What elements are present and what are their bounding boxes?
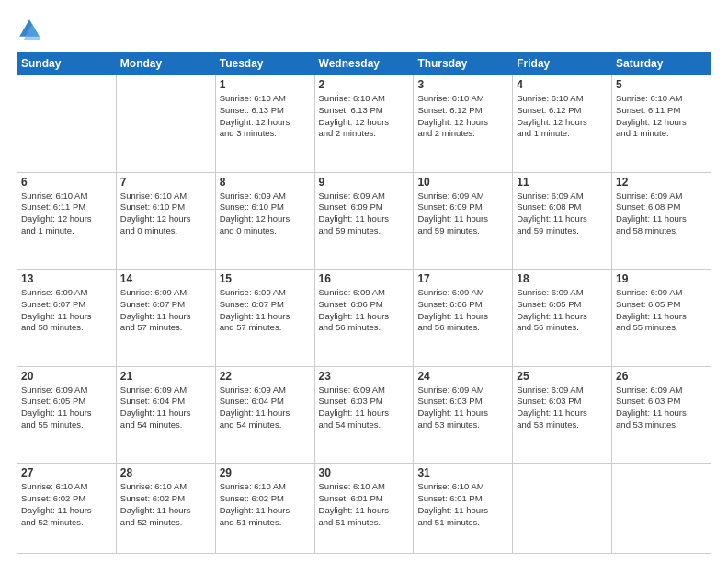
day-number: 24 — [417, 370, 508, 383]
weekday-header: Tuesday — [215, 52, 314, 75]
day-number: 4 — [517, 78, 608, 91]
table-row: 5Sunrise: 6:10 AM Sunset: 6:11 PM Daylig… — [612, 75, 711, 173]
day-number: 29 — [220, 466, 311, 479]
cell-info: Sunrise: 6:09 AM Sunset: 6:05 PM Dayligh… — [616, 287, 707, 334]
table-row: 27Sunrise: 6:10 AM Sunset: 6:02 PM Dayli… — [17, 464, 117, 554]
day-number: 2 — [319, 78, 410, 91]
cell-info: Sunrise: 6:09 AM Sunset: 6:07 PM Dayligh… — [220, 287, 311, 334]
table-row: 1Sunrise: 6:10 AM Sunset: 6:13 PM Daylig… — [215, 75, 314, 173]
cell-info: Sunrise: 6:09 AM Sunset: 6:09 PM Dayligh… — [417, 190, 508, 237]
cell-info: Sunrise: 6:10 AM Sunset: 6:01 PM Dayligh… — [319, 481, 410, 528]
table-row: 6Sunrise: 6:10 AM Sunset: 6:11 PM Daylig… — [17, 172, 117, 270]
cell-info: Sunrise: 6:10 AM Sunset: 6:12 PM Dayligh… — [517, 93, 608, 140]
table-row: 11Sunrise: 6:09 AM Sunset: 6:08 PM Dayli… — [513, 172, 612, 270]
logo — [17, 17, 46, 42]
day-number: 22 — [220, 370, 311, 383]
table-row: 26Sunrise: 6:09 AM Sunset: 6:03 PM Dayli… — [612, 366, 711, 464]
cell-info: Sunrise: 6:09 AM Sunset: 6:06 PM Dayligh… — [417, 287, 508, 334]
day-number: 8 — [220, 176, 311, 189]
table-row: 28Sunrise: 6:10 AM Sunset: 6:02 PM Dayli… — [116, 464, 215, 554]
table-row: 22Sunrise: 6:09 AM Sunset: 6:04 PM Dayli… — [215, 366, 314, 464]
table-row: 14Sunrise: 6:09 AM Sunset: 6:07 PM Dayli… — [116, 270, 215, 367]
cell-info: Sunrise: 6:09 AM Sunset: 6:07 PM Dayligh… — [120, 287, 211, 334]
day-number: 17 — [417, 272, 508, 285]
cell-info: Sunrise: 6:09 AM Sunset: 6:03 PM Dayligh… — [417, 385, 508, 431]
table-row: 2Sunrise: 6:10 AM Sunset: 6:13 PM Daylig… — [314, 75, 414, 173]
day-number: 23 — [319, 370, 410, 383]
weekday-header: Saturday — [612, 52, 711, 75]
table-row: 23Sunrise: 6:09 AM Sunset: 6:03 PM Dayli… — [314, 366, 414, 464]
day-number: 31 — [417, 466, 508, 479]
day-number: 30 — [319, 466, 410, 479]
cell-info: Sunrise: 6:09 AM Sunset: 6:04 PM Dayligh… — [120, 385, 211, 431]
table-row: 10Sunrise: 6:09 AM Sunset: 6:09 PM Dayli… — [414, 172, 513, 270]
cell-info: Sunrise: 6:09 AM Sunset: 6:08 PM Dayligh… — [616, 190, 707, 237]
table-row: 4Sunrise: 6:10 AM Sunset: 6:12 PM Daylig… — [513, 75, 612, 173]
cell-info: Sunrise: 6:09 AM Sunset: 6:07 PM Dayligh… — [21, 287, 112, 334]
day-number: 13 — [21, 272, 112, 285]
cell-info: Sunrise: 6:09 AM Sunset: 6:04 PM Dayligh… — [220, 385, 311, 431]
cell-info: Sunrise: 6:10 AM Sunset: 6:12 PM Dayligh… — [417, 93, 508, 140]
weekday-header: Friday — [513, 52, 612, 75]
day-number: 14 — [120, 272, 211, 285]
day-number: 12 — [616, 176, 707, 189]
table-row: 15Sunrise: 6:09 AM Sunset: 6:07 PM Dayli… — [215, 270, 314, 367]
table-row: 8Sunrise: 6:09 AM Sunset: 6:10 PM Daylig… — [215, 172, 314, 270]
table-row: 17Sunrise: 6:09 AM Sunset: 6:06 PM Dayli… — [414, 270, 513, 367]
cell-info: Sunrise: 6:09 AM Sunset: 6:08 PM Dayligh… — [517, 190, 608, 237]
day-number: 5 — [616, 78, 707, 91]
cell-info: Sunrise: 6:09 AM Sunset: 6:09 PM Dayligh… — [319, 190, 410, 237]
cell-info: Sunrise: 6:09 AM Sunset: 6:05 PM Dayligh… — [517, 287, 608, 334]
day-number: 28 — [120, 466, 211, 479]
day-number: 25 — [517, 370, 608, 383]
table-row: 24Sunrise: 6:09 AM Sunset: 6:03 PM Dayli… — [414, 366, 513, 464]
table-row: 16Sunrise: 6:09 AM Sunset: 6:06 PM Dayli… — [314, 270, 414, 367]
table-row: 20Sunrise: 6:09 AM Sunset: 6:05 PM Dayli… — [17, 366, 117, 464]
table-row: 12Sunrise: 6:09 AM Sunset: 6:08 PM Dayli… — [612, 172, 711, 270]
page: SundayMondayTuesdayWednesdayThursdayFrid… — [0, 0, 728, 563]
table-row: 19Sunrise: 6:09 AM Sunset: 6:05 PM Dayli… — [612, 270, 711, 367]
day-number: 9 — [319, 176, 410, 189]
weekday-header: Wednesday — [314, 52, 414, 75]
table-row — [612, 464, 711, 554]
cell-info: Sunrise: 6:10 AM Sunset: 6:02 PM Dayligh… — [220, 481, 311, 528]
cell-info: Sunrise: 6:10 AM Sunset: 6:11 PM Dayligh… — [21, 190, 112, 237]
table-row — [116, 75, 215, 173]
table-row: 29Sunrise: 6:10 AM Sunset: 6:02 PM Dayli… — [215, 464, 314, 554]
day-number: 6 — [21, 176, 112, 189]
table-row: 3Sunrise: 6:10 AM Sunset: 6:12 PM Daylig… — [414, 75, 513, 173]
weekday-header: Monday — [116, 52, 215, 75]
cell-info: Sunrise: 6:09 AM Sunset: 6:06 PM Dayligh… — [319, 287, 410, 334]
cell-info: Sunrise: 6:10 AM Sunset: 6:11 PM Dayligh… — [616, 93, 707, 140]
day-number: 7 — [120, 176, 211, 189]
table-row: 9Sunrise: 6:09 AM Sunset: 6:09 PM Daylig… — [314, 172, 414, 270]
table-row: 7Sunrise: 6:10 AM Sunset: 6:10 PM Daylig… — [116, 172, 215, 270]
day-number: 16 — [319, 272, 410, 285]
day-number: 21 — [120, 370, 211, 383]
day-number: 19 — [616, 272, 707, 285]
cell-info: Sunrise: 6:10 AM Sunset: 6:13 PM Dayligh… — [220, 93, 311, 140]
table-row — [513, 464, 612, 554]
table-row — [17, 75, 117, 173]
cell-info: Sunrise: 6:10 AM Sunset: 6:13 PM Dayligh… — [319, 93, 410, 140]
day-number: 15 — [220, 272, 311, 285]
cell-info: Sunrise: 6:10 AM Sunset: 6:02 PM Dayligh… — [120, 481, 211, 528]
cell-info: Sunrise: 6:09 AM Sunset: 6:03 PM Dayligh… — [319, 385, 410, 431]
day-number: 18 — [517, 272, 608, 285]
day-number: 20 — [21, 370, 112, 383]
cell-info: Sunrise: 6:10 AM Sunset: 6:10 PM Dayligh… — [120, 190, 211, 237]
header — [17, 17, 711, 42]
day-number: 11 — [517, 176, 608, 189]
day-number: 1 — [220, 78, 311, 91]
table-row: 21Sunrise: 6:09 AM Sunset: 6:04 PM Dayli… — [116, 366, 215, 464]
cell-info: Sunrise: 6:10 AM Sunset: 6:01 PM Dayligh… — [417, 481, 508, 528]
cell-info: Sunrise: 6:09 AM Sunset: 6:03 PM Dayligh… — [517, 385, 608, 431]
table-row: 31Sunrise: 6:10 AM Sunset: 6:01 PM Dayli… — [414, 464, 513, 554]
cell-info: Sunrise: 6:09 AM Sunset: 6:05 PM Dayligh… — [21, 385, 112, 431]
day-number: 27 — [21, 466, 112, 479]
cell-info: Sunrise: 6:09 AM Sunset: 6:10 PM Dayligh… — [220, 190, 311, 237]
table-row: 30Sunrise: 6:10 AM Sunset: 6:01 PM Dayli… — [314, 464, 414, 554]
day-number: 26 — [616, 370, 707, 383]
weekday-header: Sunday — [17, 52, 117, 75]
cell-info: Sunrise: 6:10 AM Sunset: 6:02 PM Dayligh… — [21, 481, 112, 528]
